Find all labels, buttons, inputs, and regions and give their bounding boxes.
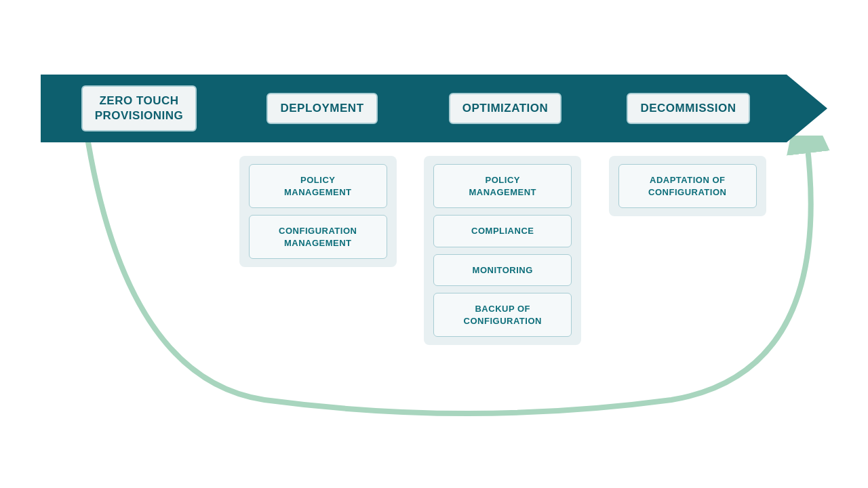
sub-col-decommission: ADAPTATION OF CONFIGURATION bbox=[595, 156, 781, 345]
sub-box-optimization-monitoring: MONITORING bbox=[433, 254, 572, 287]
phase-item-optimization: OPTIMIZATION bbox=[414, 75, 597, 142]
diagram-container: ZERO TOUCH PROVISIONING DEPLOYMENT OPTIM… bbox=[27, 20, 841, 468]
sub-col-optimization: POLICY MANAGEMENT COMPLIANCE MONITORING … bbox=[410, 156, 595, 345]
phase-item-decommission: DECOMMISSION bbox=[597, 75, 780, 142]
sub-box-optimization-backup: BACKUP OF CONFIGURATION bbox=[433, 293, 572, 337]
sub-box-deployment-config: CONFIGURATION MANAGEMENT bbox=[249, 215, 387, 259]
sub-box-deployment-policy: POLICY MANAGEMENT bbox=[249, 164, 387, 208]
sub-col-zero-touch bbox=[41, 156, 226, 345]
sub-group-decommission: ADAPTATION OF CONFIGURATION bbox=[609, 156, 766, 216]
sub-box-optimization-policy: POLICY MANAGEMENT bbox=[433, 164, 572, 208]
sub-group-optimization: POLICY MANAGEMENT COMPLIANCE MONITORING … bbox=[424, 156, 581, 345]
phase-box-decommission: DECOMMISSION bbox=[627, 93, 749, 124]
phase-item-deployment: DEPLOYMENT bbox=[231, 75, 414, 142]
sub-group-deployment: POLICY MANAGEMENT CONFIGURATION MANAGEME… bbox=[239, 156, 397, 267]
phase-box-zero-touch: ZERO TOUCH PROVISIONING bbox=[81, 85, 197, 131]
phase-item-zero-touch: ZERO TOUCH PROVISIONING bbox=[41, 75, 231, 142]
sub-col-deployment: POLICY MANAGEMENT CONFIGURATION MANAGEME… bbox=[226, 156, 411, 345]
sub-box-optimization-compliance: COMPLIANCE bbox=[433, 215, 572, 247]
phases-row: ZERO TOUCH PROVISIONING DEPLOYMENT OPTIM… bbox=[41, 75, 827, 142]
sub-box-decommission-adaptation: ADAPTATION OF CONFIGURATION bbox=[618, 164, 757, 208]
phase-box-deployment: DEPLOYMENT bbox=[267, 93, 377, 124]
sub-items-row: POLICY MANAGEMENT CONFIGURATION MANAGEME… bbox=[41, 156, 827, 345]
phase-box-optimization: OPTIMIZATION bbox=[449, 93, 562, 124]
